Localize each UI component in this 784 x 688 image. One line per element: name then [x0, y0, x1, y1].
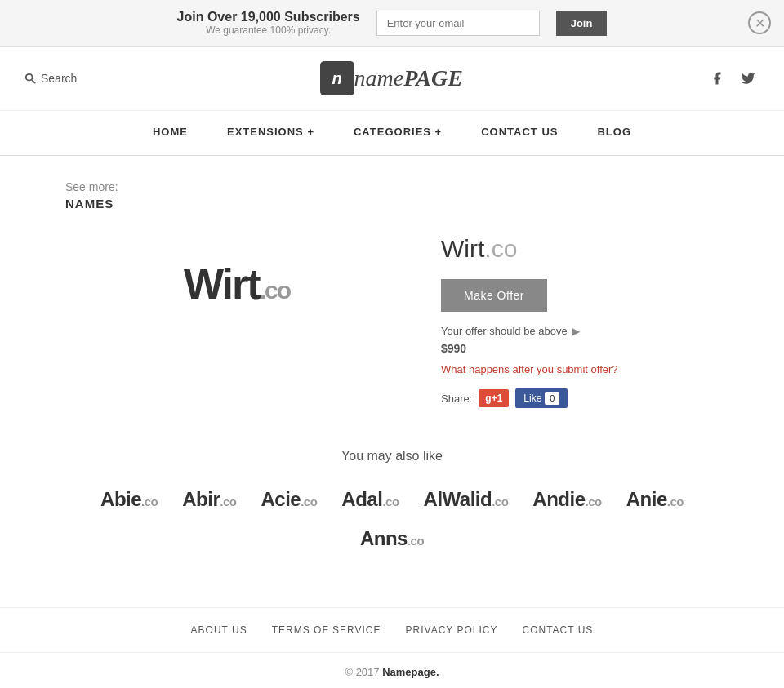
see-more-names-link[interactable]: NAMES: [65, 197, 114, 211]
logo[interactable]: n namePAGE: [320, 61, 463, 95]
logo-text: namePAGE: [354, 67, 463, 90]
footer-nav-terms[interactable]: TERMS OF SERVICE: [272, 624, 381, 636]
search-area[interactable]: Search: [24, 72, 77, 85]
content-area: Wirt.co Wirt.co Make Offer Your offer sh…: [65, 227, 719, 408]
domain-title: Wirt.co: [441, 235, 719, 263]
also-like-tld: .co: [492, 495, 508, 508]
also-like-item[interactable]: Abir.co: [182, 488, 236, 511]
svg-point-0: [26, 74, 33, 81]
also-like-name: Adal: [341, 488, 382, 510]
also-like-name: Anie: [626, 488, 667, 510]
also-like-tld: .co: [667, 495, 684, 508]
also-like-item[interactable]: Adal.co: [341, 488, 399, 511]
also-like-grid: Abie.coAbir.coAcie.coAdal.coAlWalid.coAn…: [65, 488, 719, 550]
also-like-item[interactable]: Andie.co: [532, 488, 601, 511]
also-like-name: Acie: [261, 488, 301, 510]
arrow-right-icon: ▶: [572, 326, 580, 337]
banner-text: Join Over 19,000 Subscribers We guarante…: [177, 10, 360, 36]
also-like-section: You may also like Abie.coAbir.coAcie.coA…: [65, 449, 719, 550]
footer-nav-about[interactable]: ABOUT US: [191, 624, 247, 636]
domain-name-big: Wirt: [184, 260, 260, 308]
also-like-name: AlWalid: [424, 488, 492, 510]
also-like-tld: .co: [586, 495, 602, 508]
join-button[interactable]: Join: [556, 11, 608, 36]
offer-info: Your offer should be above ▶: [441, 325, 719, 337]
email-input[interactable]: [376, 11, 540, 36]
see-more-section: See more: NAMES: [65, 180, 719, 211]
also-like-item[interactable]: Anie.co: [626, 488, 684, 511]
share-area: Share: g+1 Like 0: [441, 388, 719, 408]
footer-copy: © 2017 Namepage.: [0, 653, 784, 688]
also-like-tld: .co: [301, 495, 317, 508]
also-like-tld: .co: [141, 495, 158, 508]
also-like-item[interactable]: Abie.co: [100, 488, 158, 511]
share-label: Share:: [441, 393, 472, 405]
make-offer-button[interactable]: Make Offer: [441, 279, 547, 312]
also-like-item[interactable]: AlWalid.co: [424, 488, 509, 511]
also-like-item[interactable]: Acie.co: [261, 488, 317, 511]
nav-blog[interactable]: BLOG: [577, 111, 651, 155]
also-like-name: Abie: [100, 488, 141, 510]
also-like-tld: .co: [382, 495, 399, 508]
domain-info: Wirt.co Make Offer Your offer should be …: [441, 227, 719, 408]
gplus-button[interactable]: g+1: [479, 389, 509, 407]
also-like-tld: .co: [220, 495, 236, 508]
footer-nav-contact[interactable]: CONTACT US: [522, 624, 593, 636]
also-like-title: You may also like: [65, 449, 719, 464]
offer-price: $990: [441, 342, 719, 355]
nav-categories[interactable]: CATEGORIES +: [334, 111, 461, 155]
domain-logo-big: Wirt.co: [184, 260, 290, 308]
also-like-tld: .co: [408, 534, 424, 548]
header: Search n namePAGE: [0, 47, 784, 111]
domain-tld-big: .co: [260, 277, 290, 304]
logo-name: name: [354, 65, 404, 91]
also-like-name: Anns: [360, 527, 408, 549]
fb-count: 0: [545, 392, 559, 405]
see-more-label: See more:: [65, 180, 719, 193]
close-banner-button[interactable]: ✕: [748, 11, 771, 34]
domain-tld-title: .co: [484, 235, 517, 262]
logo-icon: n: [320, 61, 354, 95]
search-label: Search: [41, 72, 77, 85]
also-like-name: Andie: [532, 488, 585, 510]
search-icon: [24, 73, 36, 84]
banner-main-text: Join Over 19,000 Subscribers: [177, 10, 360, 24]
domain-logo-area: Wirt.co: [65, 227, 408, 341]
offer-question-link[interactable]: What happens after you submit offer?: [441, 363, 719, 375]
facebook-like-button[interactable]: Like 0: [515, 388, 568, 408]
copy-brand-link[interactable]: Namepage.: [382, 666, 439, 678]
top-banner: Join Over 19,000 Subscribers We guarante…: [0, 0, 784, 47]
domain-name-title: Wirt: [441, 235, 484, 262]
main-nav: HOME EXTENSIONS + CATEGORIES + CONTACT U…: [0, 111, 784, 156]
nav-contact[interactable]: CONTACT US: [461, 111, 577, 155]
fb-like-label: Like: [523, 393, 541, 404]
twitter-icon[interactable]: [737, 67, 760, 90]
logo-page: PAGE: [403, 65, 463, 91]
offer-prefix: Your offer should be above: [441, 325, 568, 337]
banner-sub-text: We guarantee 100% privacy.: [177, 24, 360, 36]
social-icons: [706, 67, 760, 90]
nav-home[interactable]: HOME: [133, 111, 207, 155]
footer-nav-privacy[interactable]: PRIVACY POLICY: [406, 624, 498, 636]
svg-line-1: [32, 80, 35, 83]
copy-text: © 2017: [345, 666, 382, 678]
also-like-item[interactable]: Anns.co: [360, 527, 424, 550]
main-content: See more: NAMES Wirt.co Wirt.co Make Off…: [0, 156, 784, 575]
also-like-name: Abir: [182, 488, 220, 510]
nav-extensions[interactable]: EXTENSIONS +: [207, 111, 334, 155]
footer-nav: ABOUT USTERMS OF SERVICEPRIVACY POLICYCO…: [0, 608, 784, 653]
facebook-icon[interactable]: [706, 67, 728, 90]
